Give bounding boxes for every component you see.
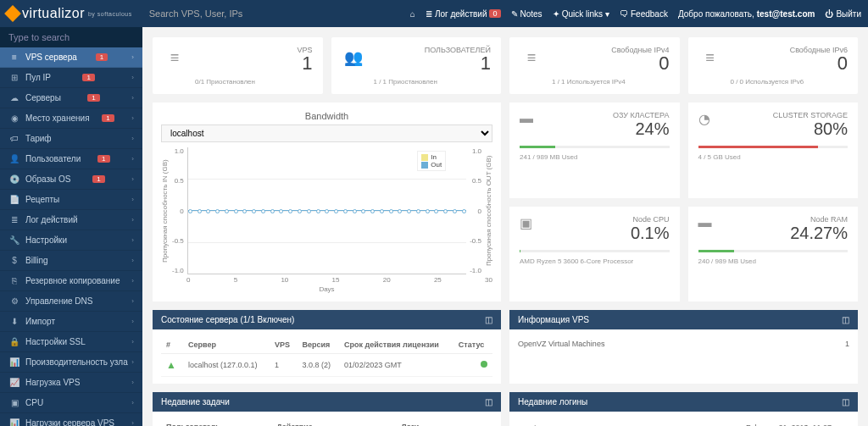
stat-card: ≡Свободные IPv401 / 1 Используется IPv4 (509, 37, 680, 94)
chevron-icon: › (131, 257, 134, 264)
stat-icon: ≡ (163, 46, 186, 69)
sidebar-item[interactable]: ≡VPS сервера1› (0, 47, 142, 68)
mini-card: ◔CLUSTER STORAGE80%4 / 5 GB Used (688, 102, 859, 198)
sidebar-item[interactable]: 🏷Тариф› (0, 129, 142, 149)
nav-badge: 1 (82, 74, 94, 81)
nav-label: Настройки SSL (25, 337, 86, 346)
panel-tool-icon[interactable]: ◫ (485, 315, 492, 324)
nav-icon: ⚙ (8, 296, 20, 306)
chart-title: Bandwidth (161, 111, 492, 121)
nav-icon: 🔧 (8, 235, 20, 245)
status-dot (481, 361, 487, 368)
chevron-icon: › (131, 175, 134, 183)
logout-link[interactable]: ⏻ Выйти (825, 9, 861, 19)
sidebar-item[interactable]: 🔧Настройки› (0, 230, 142, 251)
nav-icon: ⬇ (8, 317, 20, 326)
chart-legend: In Out (417, 151, 446, 171)
sidebar-item[interactable]: ⎘Резервное копирование› (0, 271, 142, 291)
sidebar-item[interactable]: 📊Производительность узла› (0, 352, 142, 373)
chevron-icon: › (131, 338, 134, 346)
sidebar-search[interactable]: Type to search (0, 27, 142, 47)
notes-link[interactable]: ✎ Notes (511, 9, 542, 19)
nav-badge: 1 (102, 114, 114, 122)
nav-label: Пользователи (25, 154, 81, 163)
brand-sub: by softaculous (88, 11, 132, 17)
stat-value: 0 (552, 54, 670, 73)
mini-card: ▬Node RAM24.27%240 / 989 MB Used (688, 207, 859, 302)
sidebar-item[interactable]: 🔒Настройки SSL› (0, 332, 142, 352)
mini-card: ▣Node CPU0.1%AMD Ryzen 5 3600 6-Core Pro… (509, 207, 680, 302)
main: ≡VPS10/1 Приостановлен👥ПОЛЬЗОВАТЕЛЕЙ11 /… (142, 27, 868, 426)
tasks-table: Пользователь Действие Логи test@test.com… (161, 418, 492, 426)
quicklinks[interactable]: ✦ Quick links ▾ (553, 9, 609, 19)
brand-name: virtualizor (22, 6, 85, 21)
chevron-icon: › (131, 297, 134, 305)
panel-title: Информация VPS (518, 315, 589, 324)
sidebar-item[interactable]: ⬇Импорт› (0, 312, 142, 332)
topbar: virtualizor by softaculous Search VPS, U… (0, 0, 868, 27)
nav-badge: 1 (87, 94, 99, 102)
panel-tool-icon[interactable]: ◫ (485, 397, 492, 407)
panel-tool-icon[interactable]: ◫ (842, 315, 849, 324)
nav-badge: 1 (92, 175, 104, 183)
sidebar-item[interactable]: ⚙Управление DNS› (0, 291, 142, 312)
stat-value: 0 (731, 54, 849, 73)
sidebar-item[interactable]: 💿Образы OS1› (0, 169, 142, 190)
nav-icon: $ (8, 256, 20, 265)
chevron-icon: › (131, 236, 134, 244)
recent-logins-panel: Недавние логины◫ rootFebruary 21, 2013, … (509, 392, 858, 426)
mini-value: 24% (613, 119, 670, 139)
sidebar-item[interactable]: ☁Серверы1› (0, 88, 142, 108)
sidebar-item[interactable]: ▣CPU› (0, 393, 142, 413)
chevron-icon: › (131, 399, 134, 407)
sidebar-item[interactable]: 📊Нагрузки сервера VPS› (0, 413, 142, 426)
vps-row: OpenVZ Virtual Machines1 (518, 336, 849, 351)
yaxis: 1.00.50-0.5-1.0 (169, 147, 187, 274)
sidebar-item[interactable]: 👤Пользователи1› (0, 149, 142, 169)
nav-icon: ▣ (8, 398, 20, 407)
home-link[interactable]: ⌂ (410, 9, 415, 19)
mini-sub: 240 / 989 MB Used (698, 257, 849, 265)
nav-label: Нагрузки сервера VPS (25, 418, 114, 426)
feedback-link[interactable]: 🗨 Feedback (620, 9, 668, 19)
mini-value: 0.1% (631, 224, 670, 243)
nav-label: Серверы (25, 93, 61, 102)
logo: virtualizor by softaculous (7, 6, 132, 21)
table-row: rootFebruary 21, 2013, 11:07 am (518, 418, 849, 426)
nav-icon: 📈 (8, 378, 20, 387)
chevron-icon: › (131, 94, 134, 102)
logo-icon (4, 5, 21, 22)
mini-label: Node CPU (631, 215, 670, 224)
sidebar-item[interactable]: 📄Рецепты› (0, 190, 142, 210)
nav-label: Управление DNS (25, 296, 92, 306)
chevron-icon: › (131, 216, 134, 224)
mini-icon: ▬ (520, 111, 533, 126)
mini-value: 80% (773, 119, 848, 139)
nav-icon: 🔒 (8, 337, 20, 346)
sidebar-item[interactable]: ◉Место хранения1› (0, 108, 142, 129)
nav-label: Нагрузка VPS (25, 378, 80, 387)
stat-card: ≡Свободные IPv600 / 0 Используется IPv6 (688, 37, 859, 94)
nav-icon: 📊 (8, 357, 20, 367)
sidebar-item[interactable]: ⊞Пул IP1› (0, 68, 142, 88)
nav-label: Настройки (25, 235, 67, 245)
table-row[interactable]: ▲localhost (127.0.0.1)13.0.8 (2)01/02/20… (161, 354, 492, 377)
sidebar-item[interactable]: ≣Лог действий› (0, 210, 142, 230)
nav-label: Рецепты (25, 195, 59, 204)
sidebar-item[interactable]: $Billing› (0, 251, 142, 271)
stat-sub: 0 / 0 Используется IPv6 (731, 78, 849, 86)
mini-sub: 4 / 5 GB Used (698, 153, 849, 161)
nav-icon: ☁ (8, 93, 20, 102)
bandwidth-chart: Bandwidth localhost Пропускная способнос… (153, 102, 501, 302)
sidebar-item[interactable]: 📈Нагрузка VPS› (0, 373, 142, 393)
nav-label: CPU (25, 398, 43, 407)
top-search[interactable]: Search VPS, User, IPs (149, 8, 243, 19)
mini-icon: ◔ (698, 111, 710, 127)
log-link[interactable]: ≣ Лог действий 0 (426, 9, 501, 19)
panel-tool-icon[interactable]: ◫ (842, 397, 849, 407)
mini-label: Node RAM (790, 215, 848, 224)
panel-title: Состояние сервера (1/1 Включен) (161, 315, 294, 324)
nav-icon: 📊 (8, 418, 20, 426)
host-select[interactable]: localhost (161, 124, 492, 142)
stat-icon: ≡ (520, 46, 543, 69)
